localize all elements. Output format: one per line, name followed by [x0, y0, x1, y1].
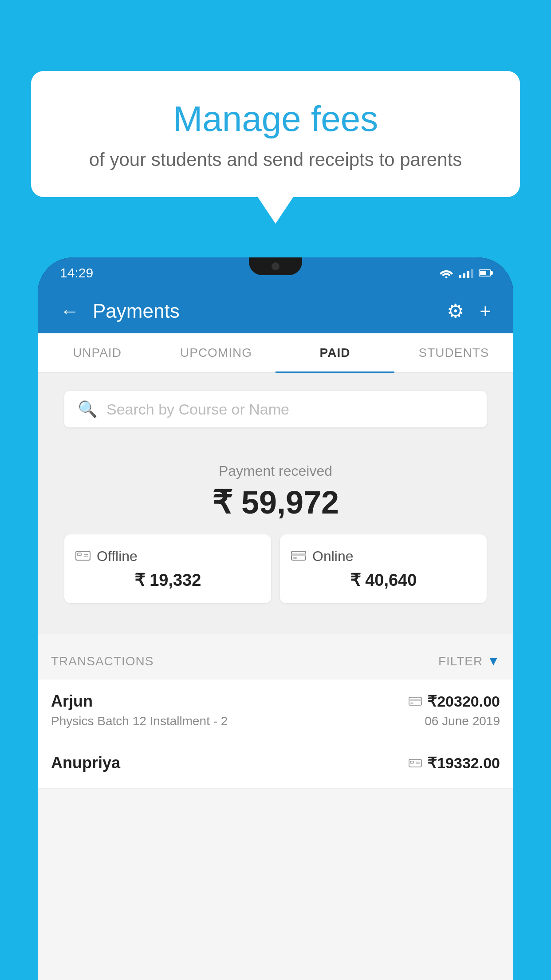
filter-button[interactable]: FILTER ▼ [438, 654, 500, 668]
transaction-type-icon-arjun [409, 696, 422, 706]
payment-received-section: Payment received ₹ 59,972 [38, 445, 513, 634]
camera-dot [272, 262, 279, 270]
transaction-row[interactable]: Arjun ₹20320.00 Physics Batch 12 Install… [38, 680, 513, 741]
online-icon [291, 548, 306, 565]
online-card-header: Online [291, 548, 476, 565]
svg-rect-10 [410, 703, 413, 703]
svg-rect-7 [293, 557, 297, 559]
transaction-top-anupriya: Anupriya ₹19332.00 [51, 754, 500, 772]
header-left: ← Payments [60, 300, 180, 322]
offline-payment-card: Offline ₹ 19,332 [64, 534, 271, 603]
tab-students[interactable]: STUDENTS [394, 333, 513, 372]
signal-bars [459, 268, 473, 278]
filter-label: FILTER [438, 654, 483, 668]
payment-label: Payment received [51, 463, 500, 479]
phone-frame: 14:29 ← Paym [38, 257, 513, 980]
speech-bubble-title: Manage fees [67, 98, 484, 140]
payment-amount: ₹ 59,972 [51, 484, 500, 521]
transaction-type-icon-anupriya [409, 758, 422, 768]
offline-card-header: Offline [75, 548, 260, 565]
phone-screen: ← Payments ⚙ + UNPAID UPCOMING PAID STUD… [38, 288, 513, 980]
svg-rect-9 [409, 699, 421, 701]
transaction-date-arjun: 06 June 2019 [425, 714, 500, 728]
online-label: Online [312, 548, 354, 565]
transaction-amount-wrap-arjun: ₹20320.00 [409, 692, 500, 710]
svg-rect-2 [78, 553, 81, 556]
transaction-amount-anupriya: ₹19332.00 [427, 754, 500, 772]
search-icon: 🔍 [78, 400, 98, 419]
transaction-name-arjun: Arjun [51, 692, 93, 711]
header-right: ⚙ + [447, 300, 491, 322]
battery-icon [479, 269, 491, 277]
tabs-container: UNPAID UPCOMING PAID STUDENTS [38, 333, 513, 373]
status-icons [439, 268, 491, 278]
svg-rect-6 [291, 553, 306, 556]
header-title: Payments [93, 300, 180, 322]
transaction-top-arjun: Arjun ₹20320.00 [51, 692, 500, 711]
offline-label: Offline [97, 548, 138, 565]
transaction-bottom-arjun: Physics Batch 12 Installment - 2 06 June… [51, 714, 500, 728]
svg-rect-12 [410, 761, 413, 763]
online-payment-card: Online ₹ 40,640 [280, 534, 487, 603]
svg-point-0 [445, 277, 448, 279]
svg-rect-8 [409, 697, 421, 705]
transaction-amount-arjun: ₹20320.00 [427, 692, 500, 710]
offline-icon [75, 548, 91, 565]
speech-bubble-container: Manage fees of your students and send re… [31, 71, 520, 224]
speech-bubble: Manage fees of your students and send re… [31, 71, 520, 197]
offline-amount: ₹ 19,332 [75, 570, 260, 590]
tab-paid[interactable]: PAID [276, 333, 394, 372]
status-bar: 14:29 [38, 257, 513, 288]
speech-bubble-subtitle: of your students and send receipts to pa… [67, 149, 484, 170]
speech-bubble-arrow [258, 197, 293, 224]
wifi-icon [439, 268, 453, 278]
tab-unpaid[interactable]: UNPAID [38, 333, 157, 372]
search-bar[interactable]: 🔍 Search by Course or Name [64, 391, 487, 427]
add-icon[interactable]: + [480, 300, 491, 322]
transaction-row-anupriya[interactable]: Anupriya ₹19332.00 [38, 741, 513, 789]
settings-icon[interactable]: ⚙ [447, 300, 464, 322]
tab-upcoming[interactable]: UPCOMING [157, 333, 276, 372]
transactions-header: TRANSACTIONS FILTER ▼ [38, 643, 513, 680]
status-time: 14:29 [60, 265, 93, 281]
app-header: ← Payments ⚙ + [38, 288, 513, 333]
phone-notch [249, 257, 302, 275]
filter-icon: ▼ [487, 654, 500, 668]
transaction-amount-wrap-anupriya: ₹19332.00 [409, 754, 500, 772]
cards-row: Offline ₹ 19,332 [51, 534, 500, 616]
online-amount: ₹ 40,640 [291, 570, 476, 590]
transaction-course-arjun: Physics Batch 12 Installment - 2 [51, 714, 228, 728]
search-placeholder: Search by Course or Name [106, 401, 289, 418]
transactions-label: TRANSACTIONS [51, 654, 153, 668]
transaction-name-anupriya: Anupriya [51, 754, 120, 772]
back-button[interactable]: ← [60, 300, 79, 322]
